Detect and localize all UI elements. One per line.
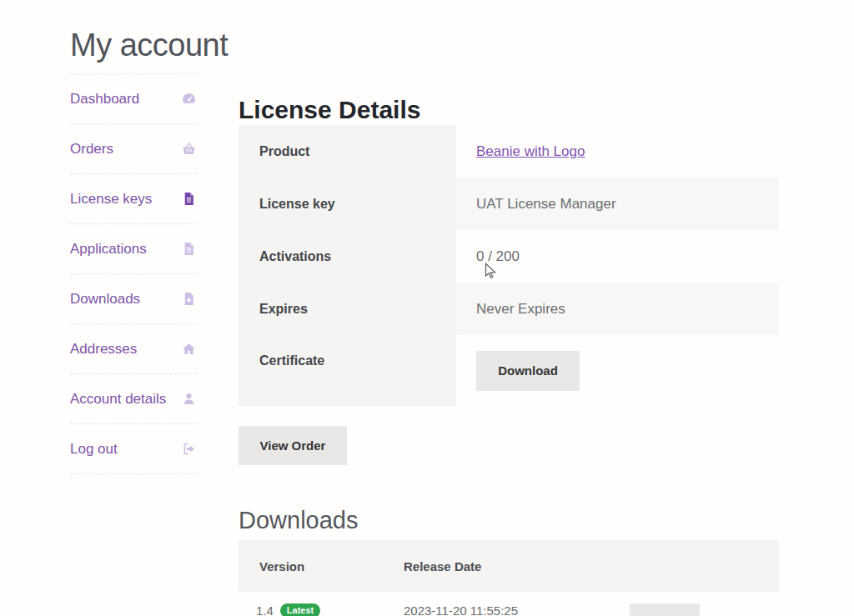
row-value-license-key: UAT License Manager [456,178,779,230]
product-link[interactable]: Beanie with Logo [476,143,585,160]
latest-badge: Latest [280,603,320,616]
page-title: My account [70,28,228,63]
sidebar-item-label: Addresses [70,341,137,358]
version-cell: 1.4 Latest [239,603,404,616]
version-number: 1.4 [256,603,274,616]
sidebar-item-account-details[interactable]: Account details [70,374,197,424]
row-value-activations: 0 / 200 [456,230,779,283]
sidebar-item-label: License keys [70,191,152,208]
sidebar-item-label: Dashboard [70,91,139,108]
user-icon [182,392,197,407]
column-header-version: Version [239,559,404,573]
sidebar-item-label: Orders [70,141,113,158]
file-text-icon [182,192,197,207]
column-header-release-date: Release Date [404,559,630,573]
gauge-icon [182,92,197,107]
view-order-button[interactable]: View Order [239,426,347,465]
row-label-product: Product [239,125,456,178]
row-value-expires: Never Expires [456,283,779,335]
release-date-cell: 2023-11-20 11:55:25 [404,603,630,616]
sidebar-item-label: Applications [70,241,147,258]
home-icon [182,342,197,357]
sidebar-item-dashboard[interactable]: Dashboard [70,74,197,124]
sidebar-item-orders[interactable]: Orders [70,124,197,174]
row-label-certificate: Certificate [239,335,456,406]
row-label-license-key: License key [239,178,456,230]
row-value-product: Beanie with Logo [456,125,779,178]
sidebar-item-addresses[interactable]: Addresses [70,324,197,374]
version-download-button[interactable]: Download [630,603,700,616]
sign-out-icon [182,442,197,457]
file-text-icon [182,242,197,257]
row-label-activations: Activations [239,230,456,283]
sidebar-item-log-out[interactable]: Log out [70,424,197,474]
basket-icon [182,142,197,157]
certificate-download-button[interactable]: Download [476,351,580,391]
license-details-table: Product Beanie with Logo License key UAT… [239,125,779,406]
downloads-table-header: Version Release Date [239,540,779,592]
my-account-page: My account Dashboard Orders License keys… [0,0,854,616]
row-label-expires: Expires [239,283,456,335]
sidebar-item-downloads[interactable]: Downloads [70,274,197,324]
file-download-icon [182,292,197,307]
sidebar-item-applications[interactable]: Applications [70,224,197,274]
download-row: 1.4 Latest 2023-11-20 11:55:25 Download [239,592,779,616]
account-sidebar: Dashboard Orders License keys Applicatio… [70,73,197,474]
downloads-table: Version Release Date 1.4 Latest 2023-11-… [239,540,779,616]
license-details-heading: License Details [239,96,420,124]
row-value-certificate: Download [456,335,779,406]
action-cell: Download [630,603,779,616]
sidebar-item-label: Account details [70,391,166,408]
downloads-heading: Downloads [239,507,358,534]
sidebar-item-label: Downloads [70,291,140,308]
sidebar-item-label: Log out [70,441,118,458]
sidebar-item-license-keys[interactable]: License keys [70,174,197,224]
